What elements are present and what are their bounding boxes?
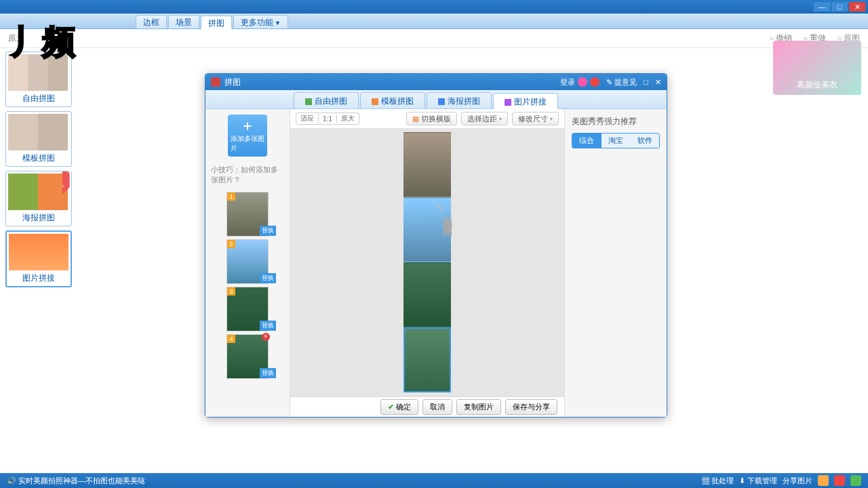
chevron-down-icon: ▼ [275,20,281,26]
thumb-4[interactable]: 4×替换 [226,334,269,379]
collage-modal: 拼图 登录 ✎ 提意见 □ ✕ 自由拼图 模板拼图 海报拼图 图片拼接 + 添加… [205,73,667,418]
ad-banner[interactable]: 高颜值美衣 [773,41,861,95]
tip-text[interactable]: 小技巧：如何添加多张图片？ [211,165,284,185]
canvas-toolbar: 适应 1:1 原大 ▦切换横版 选择边距▾ 修改尺寸▾ [290,109,564,128]
stitch-img-4[interactable] [403,327,451,392]
switch-orientation-button[interactable]: ▦切换横版 [406,112,457,125]
close-button[interactable]: ✕ [849,2,865,12]
replace-button[interactable]: 替换 [260,368,276,378]
sidebar-item-poster[interactable]: new 海报拼图 [5,171,72,226]
ok-button[interactable]: ✔确定 [380,399,418,415]
rtab-software[interactable]: 软件 [630,134,659,148]
weibo-share-icon[interactable] [834,475,845,486]
main-tabs: 边框 场景 拼图 更多功能▼ [0,14,868,29]
modal-close[interactable]: ✕ [655,78,661,87]
zoom-control[interactable]: 适应 1:1 原大 [296,113,359,125]
copy-button[interactable]: 复制图片 [456,399,501,415]
recommend-tabs: 综合 淘宝 软件 [572,133,660,148]
batch-button[interactable]: ▦ 批处理 [702,476,734,486]
drag-hint: 可拖动图片更换顺序。 [441,209,453,232]
thumbnail-list: 1替换 2替换 3替换 4×替换 [224,192,271,382]
minimize-button[interactable]: — [814,2,830,12]
replace-button[interactable]: 替换 [260,273,276,283]
titlebar: — □ ✕ [0,0,868,14]
tab-collage[interactable]: 拼图 [201,16,232,29]
recommend-title: 美图秀秀强力推荐 [572,116,660,127]
chevron-down-icon: ▾ [550,116,553,122]
modal-maximize[interactable]: □ [644,78,648,86]
delete-button[interactable]: × [262,333,270,341]
replace-button[interactable]: 替换 [260,321,276,331]
modal-left-panel: + 添加多张图片 小技巧：如何添加多张图片？ 1替换 2替换 3替换 4×替换 [205,109,290,417]
login-button[interactable]: 登录 [560,77,575,87]
margin-button[interactable]: 选择边距▾ [461,112,508,125]
resize-button[interactable]: 修改尺寸▾ [512,112,559,125]
add-images-button[interactable]: + 添加多张图片 [228,115,267,157]
thumb-3[interactable]: 3替换 [226,287,269,331]
modal-tabs: 自由拼图 模板拼图 海报拼图 图片拼接 [205,90,667,109]
stitch-img-3[interactable] [403,262,451,327]
rtab-all[interactable]: 综合 [572,134,601,148]
sidebar: 自由拼图 模板拼图 new 海报拼图 图片拼接 [5,52,72,291]
mtab-template[interactable]: 模板拼图 [360,92,425,108]
canvas-panel: 适应 1:1 原大 ▦切换横版 选择边距▾ 修改尺寸▾ [290,109,565,417]
feedback-button[interactable]: ✎ 提意见 [606,77,637,87]
thumb-2[interactable]: 2替换 [226,239,269,284]
logo-overlay: 丿频 [10,20,75,64]
tab-more[interactable]: 更多功能▼ [233,15,288,28]
stitch-img-1[interactable] [403,132,451,197]
chevron-down-icon: ▾ [499,116,502,122]
sidebar-item-stitch[interactable]: 图片拼接 [5,230,72,287]
tab-scene[interactable]: 场景 [168,15,199,28]
canvas[interactable]: ↖ 可拖动图片更换顺序。 [290,128,564,396]
maximize-button[interactable]: □ [831,2,848,12]
download-manager-button[interactable]: ⬇ 下载管理 [739,476,777,486]
mtab-stitch[interactable]: 图片拼接 [493,93,558,109]
check-icon: ✔ [388,403,394,411]
mtab-poster[interactable]: 海报拼图 [427,92,492,108]
cancel-button[interactable]: 取消 [422,399,452,415]
recommend-panel: 美图秀秀强力推荐 综合 淘宝 软件 [565,109,667,417]
stitch-preview[interactable] [403,132,451,392]
sub-toolbar: 原大 撤销 重做 原图 [0,29,868,48]
weibo-icon[interactable] [590,77,599,87]
share-button[interactable]: 分享图片 [783,476,812,486]
modal-bottom-bar: ✔确定 取消 复制图片 保存与分享 [290,396,564,417]
plus-icon: + [243,118,252,134]
replace-button[interactable]: 替换 [260,226,276,236]
mtab-free[interactable]: 自由拼图 [294,92,359,108]
status-text: 🔊 实时美颜拍照神器—不拍图也能美美哒 [7,476,145,486]
thumb-1[interactable]: 1替换 [226,192,269,237]
tab-border[interactable]: 边框 [136,15,167,28]
app-icon [211,77,220,87]
modal-title: 拼图 [224,77,241,88]
qq-icon[interactable] [578,77,587,87]
qzone-icon[interactable] [818,475,829,486]
rtab-taobao[interactable]: 淘宝 [601,134,631,148]
add-icon[interactable] [850,475,861,486]
modal-titlebar: 拼图 登录 ✎ 提意见 □ ✕ [205,74,667,90]
sidebar-item-template[interactable]: 模板拼图 [5,111,72,167]
statusbar: 🔊 实时美颜拍照神器—不拍图也能美美哒 ▦ 批处理 ⬇ 下载管理 分享图片 [0,473,868,488]
modal-body: + 添加多张图片 小技巧：如何添加多张图片？ 1替换 2替换 3替换 4×替换 … [205,109,667,417]
save-share-button[interactable]: 保存与分享 [505,399,557,415]
